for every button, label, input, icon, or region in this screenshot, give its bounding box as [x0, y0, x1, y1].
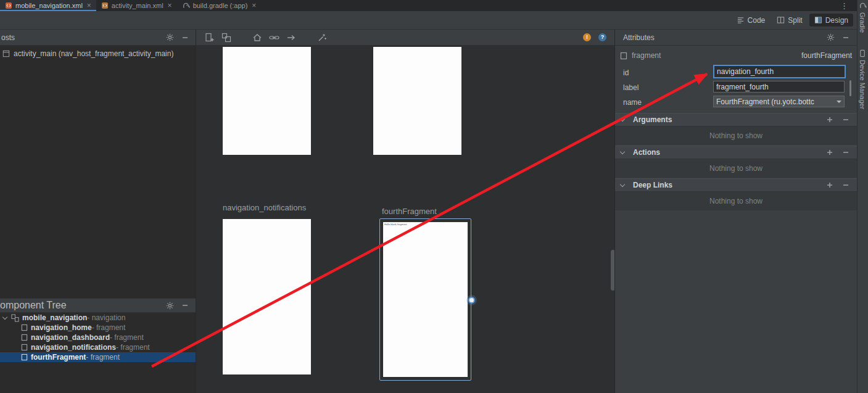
tree-item-navigation-home[interactable]: navigation_home - fragment: [0, 323, 196, 333]
editor-tab-bar: mobile_navigation.xml × activity_main.xm…: [0, 0, 857, 11]
deep-link-icon[interactable]: [269, 33, 279, 43]
section-title: Arguments: [633, 115, 672, 124]
tree-item-type: - fragment: [92, 323, 126, 332]
hosts-panel-body: activity_main (nav_host_fragment_activit…: [0, 46, 196, 298]
assign-start-home-icon[interactable]: [252, 33, 262, 43]
hosts-panel-title: osts: [0, 33, 15, 42]
section-title: Actions: [633, 148, 660, 157]
gradle-tool-icon[interactable]: [859, 2, 867, 9]
attributes-scrollbar-thumb[interactable]: [849, 80, 851, 96]
fragment-preview-fourth[interactable]: Hello blank fragment: [383, 222, 468, 377]
code-mode-label: Code: [748, 16, 766, 25]
attributes-panel-title: Attributes: [615, 33, 655, 42]
hide-panel-minus-icon[interactable]: [181, 34, 189, 41]
fragment-preview-notifications[interactable]: [223, 219, 311, 374]
tree-item-type: - fragment: [86, 353, 120, 362]
component-id-value: fourthFragment: [801, 51, 852, 60]
code-mode-button[interactable]: Code: [732, 14, 771, 27]
name-dropdown[interactable]: FourthFragment (ru.yotc.bottc: [713, 96, 845, 107]
gear-icon[interactable]: [166, 33, 174, 41]
nested-graph-icon[interactable]: [221, 33, 231, 43]
new-destination-icon[interactable]: [205, 33, 215, 43]
activity-icon: [2, 50, 10, 57]
hide-panel-minus-icon[interactable]: [181, 302, 189, 309]
device-manager-icon[interactable]: [859, 49, 866, 57]
panel-divider[interactable]: [196, 30, 196, 393]
hide-panel-minus-icon[interactable]: [842, 34, 849, 41]
tree-item-name: mobile_navigation: [22, 313, 87, 322]
fragment-preview-dashboard[interactable]: [373, 47, 461, 155]
fragment-icon: [21, 324, 28, 331]
tree-item-name: navigation_home: [31, 323, 92, 332]
fragment-preview-text: Hello blank fragment: [384, 223, 407, 226]
tab-label: mobile_navigation.xml: [15, 2, 83, 9]
attributes-panel-body: fragment fourthFragment id label name Fo…: [615, 46, 857, 393]
tree-item-mobile-navigation[interactable]: mobile_navigation - navigation: [0, 313, 196, 323]
expand-chevron-icon[interactable]: [620, 149, 625, 154]
nav-graph-icon: [11, 314, 19, 322]
xml-file-icon: [101, 2, 109, 9]
component-tree-body: mobile_navigation - navigation navigatio…: [0, 313, 196, 393]
fragment-preview-home[interactable]: [223, 47, 311, 155]
nav-graph-canvas[interactable]: navigation_notifications fourthFragment …: [196, 46, 615, 393]
expand-chevron-icon[interactable]: [620, 117, 625, 122]
deep-links-section-header[interactable]: Deep Links: [615, 178, 857, 192]
gear-icon[interactable]: [166, 302, 174, 310]
id-field-label: id: [623, 68, 629, 77]
name-dropdown-value: FourthFragment (ru.yotc.bottc: [716, 97, 835, 106]
editor-toolbar-row: Code Split Design: [0, 11, 857, 30]
split-mode-button[interactable]: Split: [772, 14, 807, 27]
tab-mobile-navigation-xml[interactable]: mobile_navigation.xml ×: [0, 0, 96, 11]
design-mode-button[interactable]: Design: [809, 14, 853, 27]
android-studio-window: mobile_navigation.xml × activity_main.xm…: [0, 0, 868, 393]
editor-options-kebab-icon[interactable]: ⋮: [840, 0, 857, 11]
arguments-section-header[interactable]: Arguments: [615, 113, 857, 126]
chevron-down-icon: [837, 101, 841, 103]
action-connection-handle[interactable]: [468, 297, 475, 304]
remove-item-minus-icon[interactable]: [842, 181, 849, 189]
nav-host-item[interactable]: activity_main (nav_host_fragment_activit…: [2, 49, 173, 58]
tree-item-navigation-dashboard[interactable]: navigation_dashboard - fragment: [0, 333, 196, 342]
add-item-plus-icon[interactable]: [826, 116, 833, 123]
label-input[interactable]: [713, 81, 845, 93]
add-item-plus-icon[interactable]: [826, 181, 833, 189]
tree-item-name: fourthFragment: [31, 353, 86, 362]
selected-destination-frame[interactable]: Hello blank fragment: [379, 218, 471, 381]
tab-build-gradle[interactable]: build.gradle (:app) ×: [177, 0, 262, 11]
gear-icon[interactable]: [827, 33, 835, 41]
expand-chevron-icon[interactable]: [2, 315, 7, 320]
gradle-file-icon: [182, 2, 190, 9]
fragment-icon: [620, 52, 627, 60]
name-field-label: name: [623, 98, 642, 107]
code-mode-icon: [737, 16, 745, 24]
actions-empty-text: Nothing to show: [615, 159, 857, 178]
right-tool-stripe: Gradle Device Manager: [857, 0, 868, 393]
close-tab-icon[interactable]: ×: [168, 2, 172, 9]
component-tree-header: omponent Tree: [0, 298, 196, 313]
expand-chevron-icon[interactable]: [620, 182, 625, 187]
close-tab-icon[interactable]: ×: [252, 2, 256, 9]
component-tree-title: omponent Tree: [0, 300, 67, 311]
device-manager-label[interactable]: Device Manager: [859, 60, 866, 109]
panel-divider[interactable]: [614, 30, 615, 393]
tab-activity-main-xml[interactable]: activity_main.xml ×: [96, 0, 177, 11]
attributes-panel-header: Attributes: [615, 30, 857, 46]
fragment-icon: [21, 354, 28, 361]
auto-arrange-icon[interactable]: [317, 33, 327, 43]
remove-item-minus-icon[interactable]: [842, 116, 849, 123]
id-input[interactable]: [713, 65, 846, 78]
gradle-tool-label[interactable]: Gradle: [859, 12, 866, 33]
label-field-label: label: [623, 83, 639, 92]
tree-item-fourth-fragment[interactable]: fourthFragment - fragment: [0, 352, 196, 362]
warning-icon[interactable]: !: [583, 33, 591, 41]
remove-item-minus-icon[interactable]: [842, 149, 849, 156]
nav-host-label: activity_main (nav_host_fragment_activit…: [14, 49, 173, 58]
help-icon[interactable]: ?: [598, 33, 606, 41]
close-tab-icon[interactable]: ×: [87, 2, 91, 9]
actions-section-header[interactable]: Actions: [615, 146, 857, 159]
editor-mode-switcher: Code Split Design: [732, 14, 853, 27]
action-arrow-icon[interactable]: [286, 33, 296, 43]
split-mode-label: Split: [788, 16, 802, 25]
add-item-plus-icon[interactable]: [826, 149, 833, 156]
tree-item-navigation-notifications[interactable]: navigation_notifications - fragment: [0, 342, 196, 352]
